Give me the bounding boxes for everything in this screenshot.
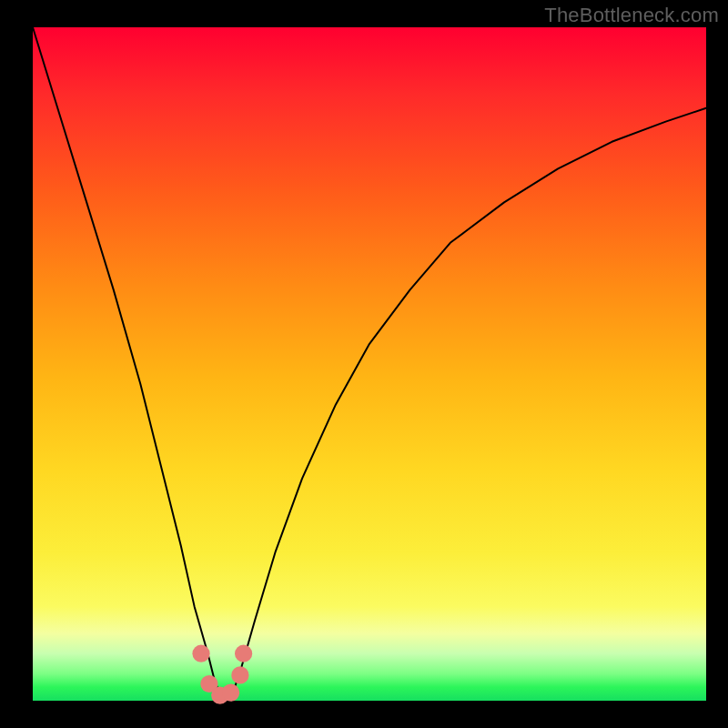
marker-group [192, 645, 252, 704]
chart-frame: TheBottleneck.com [0, 0, 728, 728]
curve-layer [0, 0, 728, 728]
highlight-dot [192, 645, 209, 662]
highlight-dot [235, 645, 252, 662]
bottleneck-curve [33, 27, 706, 697]
watermark-text: TheBottleneck.com [544, 4, 719, 27]
highlight-dot [222, 684, 239, 702]
highlight-dot [231, 666, 248, 683]
